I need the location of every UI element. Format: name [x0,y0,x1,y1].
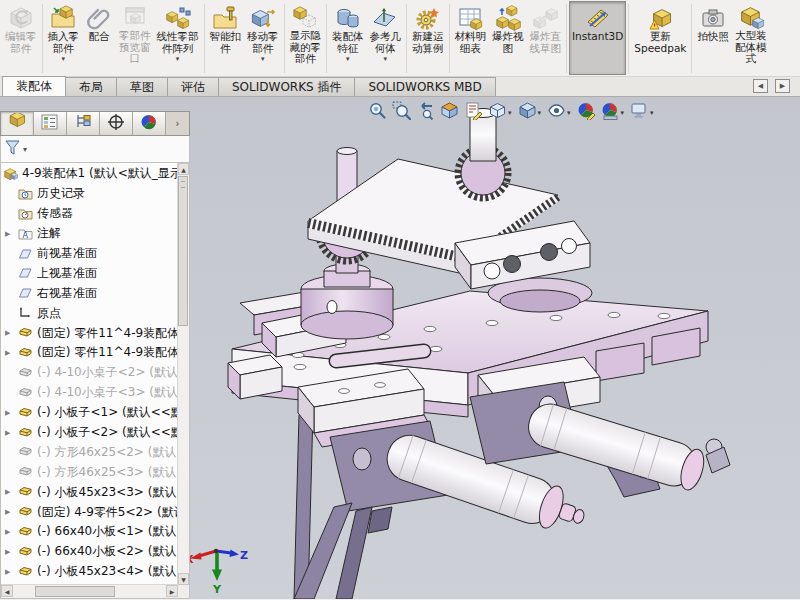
scroll-up-button[interactable]: ▲ [178,163,189,175]
motion-study-button[interactable]: 新建运 动算例 [409,1,447,75]
part-icon [18,426,33,440]
dropdown-caret-icon[interactable]: ▾ [176,55,180,64]
tree-item[interactable]: 原点 [1,303,178,323]
tree-item[interactable]: ▶(-) 66x40小板<1> (默认<<! [1,522,178,542]
view-orientation-button[interactable]: ▾ [486,99,515,126]
expand-arrow-icon[interactable]: ▶ [5,548,10,556]
collapse-pane-right-button[interactable]: ▶ [775,79,790,93]
reference-geometry-button[interactable]: 参考几 何体▾ [367,1,405,75]
dropdown-caret-icon[interactable]: ▾ [508,109,512,117]
large-assembly-mode-button[interactable]: 大型装 配体模 式 [732,1,770,75]
panel-tab-dimxpertmanager[interactable] [100,112,133,135]
tab-SOLIDWORKS MBD[interactable]: SOLIDWORKS MBD [354,77,495,96]
filter-caret-icon[interactable]: ▾ [23,145,27,154]
tree-item[interactable]: 右视基准面 [1,283,178,303]
bom-button[interactable]: 材料明 细表 [452,1,490,75]
update-speedpak-button[interactable]: 更新 Speedpak [631,1,689,75]
tree-item[interactable]: (-) 方形46x25<2> (默认) [1,442,178,462]
tree-item[interactable]: 4-9装配体1 (默认<默认_显示状 [1,164,178,184]
tree-item[interactable]: 前视基准面 [1,244,178,264]
expand-arrow-icon[interactable]: ▶ [5,508,10,516]
tree-item[interactable]: ▶(-) 小板45x23<3> (默认<<! [1,482,178,502]
dropdown-caret-icon[interactable]: ▾ [567,109,571,117]
show-hidden-button[interactable]: 显示隐 藏的零 部件 [287,1,325,75]
filter-funnel-icon[interactable] [4,139,21,160]
view-settings-button[interactable]: ▾ [628,99,657,126]
vertical-scroll-thumb[interactable] [178,176,188,326]
edit-appearance-button[interactable] [575,99,598,126]
tree-item-label: (-) 小板子<1> (默认<<默认 [37,404,178,421]
tree-item[interactable]: (-) 方形46x25<3> (默认) [1,462,178,482]
insert-component-button[interactable]: 插入零 部件▾ [45,1,83,75]
scroll-left-button[interactable]: ◀ [1,585,13,597]
tree-item[interactable]: ▶(-) 小板子<2> (默认<<默认 [1,423,178,443]
take-snapshot-button[interactable]: 拍快照 [694,1,732,75]
dropdown-caret-icon[interactable]: ▾ [261,55,265,64]
move-component-button[interactable]: 移动零 部件▾ [244,1,282,75]
expand-arrow-icon[interactable]: ▶ [5,568,10,576]
update-speedpak-icon [647,4,673,31]
scroll-down-button[interactable]: ▼ [178,573,189,585]
expand-arrow-icon[interactable]: ▶ [5,528,10,536]
plane-icon [18,266,33,280]
assembly-features-button[interactable]: 装配体 特征▾ [329,1,367,75]
mate-button[interactable]: 配合 [82,1,116,75]
part-icon [18,485,33,499]
collapse-pane-left-button[interactable]: ◀ [753,79,768,93]
history-icon [18,187,33,201]
dropdown-caret-icon[interactable]: ▾ [538,109,542,117]
tree-item[interactable]: 历史记录 [1,184,178,204]
apply-scene-button[interactable]: ▾ [599,99,628,126]
tree-item[interactable]: ▶(-) 66x40小板<2> (默认<<! [1,542,178,562]
tab-SOLIDWORKS 插件[interactable]: SOLIDWORKS 插件 [218,77,355,96]
tree-item[interactable]: 上视基准面 [1,263,178,283]
scroll-right-button[interactable]: ▶ [166,585,178,597]
annotation-views-icon [464,101,483,124]
tree-item[interactable]: (-) 4-10小桌子<3> (默认) [1,383,178,403]
dropdown-caret-icon[interactable]: ▾ [383,55,387,64]
annotation-views-button[interactable] [462,99,485,126]
expand-arrow-icon[interactable]: ▶ [5,230,10,238]
previous-view-button[interactable] [414,99,437,126]
linear-pattern-button[interactable]: 线性零部 件阵列▾ [154,1,202,75]
tab-装配体[interactable]: 装配体 [2,76,66,96]
tab-布局[interactable]: 布局 [65,77,117,96]
horizontal-scroll-thumb[interactable] [35,586,115,597]
tree-item[interactable]: ▶A注解 [1,224,178,244]
tab-评估[interactable]: 评估 [167,77,219,96]
tab-草图[interactable]: 草图 [116,77,168,96]
panel-tab-configurationmanager[interactable] [67,112,100,135]
dropdown-caret-icon[interactable]: ▾ [650,109,654,117]
dropdown-caret-icon[interactable]: ▾ [621,109,625,117]
zoom-to-area-button[interactable] [390,99,413,126]
expand-arrow-icon[interactable]: ▶ [5,329,10,337]
section-view-button[interactable] [438,99,461,126]
instant3d-button[interactable]: Instant3D [569,1,626,75]
zoom-to-fit-button[interactable] [366,99,389,126]
exploded-view-button[interactable]: 爆炸视 图 [489,1,527,75]
smart-fasteners-button[interactable]: 智能扣 件 [207,1,245,75]
ribbon-button-label: 显示隐 藏的零 部件 [290,30,322,65]
expand-arrow-icon[interactable]: ▶ [5,488,10,496]
panel-tab-featuremanager[interactable] [1,112,34,135]
tree-item[interactable]: ▶(-) 小板45x23<4> (默认<<! [1,562,178,582]
tree-horizontal-scrollbar[interactable]: ◀ ▶ [1,584,178,598]
tree-vertical-scrollbar[interactable]: ▲ ▼ [177,163,189,585]
tree-item[interactable]: ▶(-) 小板子<1> (默认<<默认 [1,403,178,423]
panel-tab-propertymanager[interactable] [34,112,67,135]
expand-arrow-icon[interactable]: ▶ [5,429,10,437]
tree-item[interactable]: ▶(固定) 4-9零件5<2> (默认< [1,502,178,522]
hide-show-items-button[interactable]: ▾ [545,99,574,126]
tree-item[interactable]: ▶(固定) 零件11^4-9装配体1< [1,343,178,363]
tree-item[interactable]: 传感器 [1,204,178,224]
hide-show-items-icon [547,101,566,124]
panel-tab-displaymanager[interactable] [133,112,166,135]
tree-item[interactable]: (-) 4-10小桌子<2> (默认) [1,363,178,383]
dropdown-caret-icon[interactable]: ▾ [346,55,350,64]
expand-arrow-icon[interactable]: ▶ [5,349,10,357]
expand-arrow-icon[interactable]: ▶ [5,409,10,417]
panel-tab-overflow[interactable]: › [166,112,189,135]
tree-item[interactable]: ▶(固定) 零件11^4-9装配体1< [1,323,178,343]
dropdown-caret-icon[interactable]: ▾ [61,55,65,64]
display-style-button[interactable]: ▾ [516,99,545,126]
